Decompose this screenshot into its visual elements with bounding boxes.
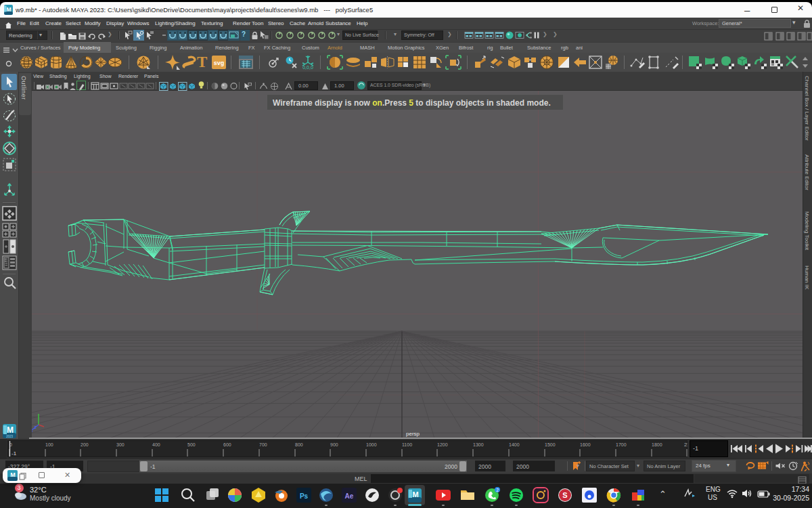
svg-text:300: 300 [116, 442, 125, 447]
svg-text:1200: 1200 [437, 442, 448, 447]
svg-text:Ps: Ps [300, 492, 309, 500]
svg-text:1800: 1800 [652, 442, 662, 447]
svg-text:M: M [7, 425, 14, 435]
svg-text:M: M [10, 471, 16, 478]
svg-text:1600: 1600 [580, 442, 591, 447]
svg-text:800: 800 [295, 442, 303, 447]
svg-text:1000: 1000 [366, 442, 377, 447]
svg-text:-1: -1 [12, 450, 17, 457]
svg-text:400: 400 [152, 442, 160, 447]
svg-text:0,0,0: 0,0,0 [302, 65, 313, 70]
svg-text:S: S [562, 491, 567, 499]
svg-text:500: 500 [187, 442, 196, 447]
svg-text:2023: 2023 [6, 435, 14, 438]
svg-text:Ae: Ae [345, 492, 354, 500]
svg-text:M: M [412, 490, 418, 499]
svg-text:svg: svg [214, 60, 225, 66]
svg-text:1300: 1300 [473, 442, 484, 447]
svg-text:Wireframe display is now on.Pr: Wireframe display is now on.Press 5 to d… [273, 98, 551, 108]
svg-text:900: 900 [330, 442, 338, 447]
svg-text:1700: 1700 [616, 442, 627, 447]
svg-text:100: 100 [45, 442, 53, 447]
svg-text:1500: 1500 [545, 442, 556, 447]
svg-text:M: M [6, 6, 11, 13]
svg-text:2: 2 [496, 488, 499, 492]
svg-text:700: 700 [259, 442, 267, 447]
svg-text:2: 2 [684, 442, 687, 448]
svg-text:200: 200 [81, 442, 89, 447]
svg-text:persp: persp [406, 431, 420, 437]
svg-text:600: 600 [223, 442, 231, 447]
svg-text:1100: 1100 [402, 442, 412, 447]
svg-text:1400: 1400 [509, 442, 520, 447]
svg-text:z: z [34, 424, 37, 430]
